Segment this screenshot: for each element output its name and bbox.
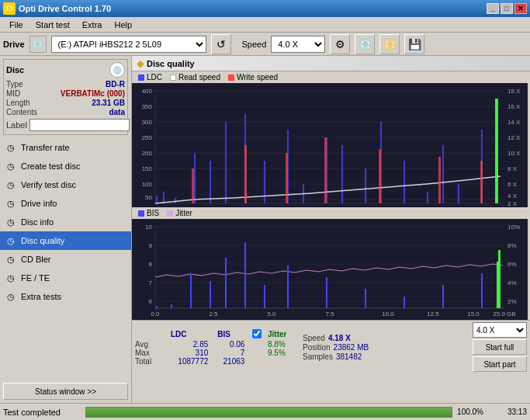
label-label: Label bbox=[6, 120, 27, 130]
drive-select[interactable]: (E:) ATAPI iHBS212 2 5L09 bbox=[51, 36, 206, 53]
disc-info-box: Disc 💿 Type BD-R MID VERBATIMc (000) Len… bbox=[3, 59, 128, 135]
right-panel: ◈ Disc quality LDC Read speed Write spee… bbox=[132, 56, 530, 403]
svg-rect-97 bbox=[365, 289, 366, 308]
menu-help[interactable]: Help bbox=[108, 19, 138, 31]
svg-text:2 X: 2 X bbox=[507, 200, 518, 207]
svg-text:12.5: 12.5 bbox=[427, 311, 439, 318]
drive-label: Drive bbox=[3, 40, 25, 49]
svg-text:14 X: 14 X bbox=[507, 119, 521, 126]
sidebar-item-disc-quality[interactable]: ◷ Disc quality bbox=[0, 231, 131, 250]
disc-quality-title: Disc quality bbox=[147, 59, 195, 68]
start-full-button[interactable]: Start full bbox=[473, 339, 527, 355]
svg-rect-93 bbox=[244, 242, 246, 308]
ldc-legend-label: LDC bbox=[147, 73, 162, 82]
main-area: Disc 💿 Type BD-R MID VERBATIMc (000) Len… bbox=[0, 56, 530, 403]
sidebar-item-verify-test-disc[interactable]: ◷ Verify test disc bbox=[0, 175, 131, 194]
total-ldc-value: 1087772 bbox=[166, 357, 213, 366]
svg-rect-100 bbox=[481, 273, 483, 308]
cd-bler-icon: ◷ bbox=[5, 253, 17, 266]
svg-rect-51 bbox=[458, 184, 459, 203]
svg-rect-94 bbox=[264, 285, 265, 308]
verify-test-label: Verify test disc bbox=[21, 180, 76, 189]
start-part-button[interactable]: Start part bbox=[473, 356, 527, 372]
svg-rect-46 bbox=[365, 168, 366, 203]
svg-rect-101 bbox=[497, 262, 498, 308]
bis-col-header: BIS bbox=[213, 329, 249, 340]
refresh-button[interactable]: ↺ bbox=[211, 34, 231, 54]
svg-text:16 X: 16 X bbox=[507, 103, 521, 110]
svg-text:300: 300 bbox=[142, 119, 153, 126]
svg-text:15.0: 15.0 bbox=[467, 311, 480, 318]
jitter-checkbox[interactable] bbox=[252, 329, 262, 338]
svg-rect-60 bbox=[480, 161, 483, 203]
contents-value: data bbox=[109, 108, 125, 116]
svg-text:5.0: 5.0 bbox=[267, 311, 276, 318]
svg-rect-89 bbox=[171, 304, 172, 308]
max-ldc-value: 310 bbox=[166, 349, 213, 357]
media-button[interactable]: 📀 bbox=[379, 34, 400, 54]
svg-text:18 X: 18 X bbox=[507, 88, 521, 95]
svg-text:2.5: 2.5 bbox=[209, 311, 218, 318]
svg-text:6 X: 6 X bbox=[507, 181, 518, 188]
time-text: 33:13 bbox=[488, 408, 527, 416]
svg-text:100: 100 bbox=[142, 181, 153, 188]
read-legend-label: Read speed bbox=[178, 73, 220, 82]
svg-text:7.5: 7.5 bbox=[325, 311, 334, 318]
menu-starttest[interactable]: Start test bbox=[29, 19, 76, 31]
disc-quality-label: Disc quality bbox=[21, 236, 64, 245]
extra-tests-icon: ◷ bbox=[5, 290, 17, 303]
svg-rect-34 bbox=[156, 196, 158, 203]
transfer-rate-icon: ◷ bbox=[5, 141, 17, 154]
save-button[interactable]: 💾 bbox=[404, 34, 424, 54]
progress-bar-fill bbox=[86, 408, 452, 417]
svg-text:350: 350 bbox=[142, 103, 153, 110]
jitter-col-header: Jitter bbox=[268, 329, 290, 340]
create-test-label: Create test disc bbox=[21, 161, 80, 171]
sidebar-item-cd-bler[interactable]: ◷ CD Bler bbox=[0, 250, 131, 269]
settings-button[interactable]: ⚙ bbox=[330, 34, 350, 54]
length-value: 23.31 GB bbox=[92, 99, 125, 107]
sidebar-item-create-test-disc[interactable]: ◷ Create test disc bbox=[0, 157, 131, 175]
svg-text:50: 50 bbox=[145, 194, 152, 201]
svg-text:200: 200 bbox=[142, 150, 153, 157]
max-jitter-value: 9.5% bbox=[268, 349, 290, 357]
speed-info-label: Speed bbox=[303, 334, 325, 342]
maximize-button[interactable]: □ bbox=[501, 3, 513, 14]
svg-text:8%: 8% bbox=[507, 242, 517, 249]
titlebar: ⬡ Opti Drive Control 1.70 _ □ ✕ bbox=[0, 0, 530, 17]
menu-extra[interactable]: Extra bbox=[76, 19, 109, 31]
close-button[interactable]: ✕ bbox=[514, 3, 527, 14]
svg-rect-99 bbox=[442, 285, 444, 308]
test-speed-select[interactable]: 4.0 X bbox=[473, 322, 527, 338]
disc-icon: 💿 bbox=[109, 62, 125, 78]
status-window-button[interactable]: Status window >> bbox=[3, 383, 128, 400]
left-panel: Disc 💿 Type BD-R MID VERBATIMc (000) Len… bbox=[0, 56, 132, 403]
menu-file[interactable]: File bbox=[3, 19, 29, 31]
sidebar-item-extra-tests[interactable]: ◷ Extra tests bbox=[0, 287, 131, 306]
type-value: BD-R bbox=[106, 80, 125, 89]
drivebar: Drive 💿 (E:) ATAPI iHBS212 2 5L09 ↺ Spee… bbox=[0, 33, 530, 56]
disc-button[interactable]: 💿 bbox=[355, 34, 375, 54]
svg-text:12 X: 12 X bbox=[507, 134, 521, 141]
disc-quality-icon: ◷ bbox=[5, 234, 17, 247]
status-text: Test completed bbox=[3, 408, 81, 417]
sidebar-item-disc-info[interactable]: ◷ Disc info bbox=[0, 213, 131, 231]
bottom-chart-legend: BIS Jitter bbox=[132, 207, 530, 219]
svg-rect-50 bbox=[442, 145, 444, 203]
svg-text:6%: 6% bbox=[507, 261, 517, 268]
type-label: Type bbox=[6, 80, 23, 89]
sidebar-item-fe-te[interactable]: ◷ FE / TE bbox=[0, 269, 131, 287]
label-input[interactable] bbox=[29, 119, 130, 131]
sidebar-item-transfer-rate[interactable]: ◷ Transfer rate bbox=[0, 138, 131, 157]
speed-select[interactable]: 4.0 X bbox=[271, 36, 325, 53]
svg-rect-95 bbox=[287, 266, 289, 308]
minimize-button[interactable]: _ bbox=[487, 3, 499, 14]
length-label: Length bbox=[6, 99, 30, 107]
svg-rect-102 bbox=[498, 250, 501, 308]
bis-legend-color bbox=[138, 210, 144, 217]
bottom-chart: 10 9 8 7 6 10% 8% 6% 4% 2% 0.0 2.5 5.0 7… bbox=[132, 219, 528, 320]
disc-quality-header: ◈ Disc quality bbox=[132, 56, 530, 71]
app-icon: ⬡ bbox=[3, 2, 16, 15]
sidebar-item-drive-info[interactable]: ◷ Drive info bbox=[0, 194, 131, 213]
cd-bler-label: CD Bler bbox=[21, 255, 51, 264]
